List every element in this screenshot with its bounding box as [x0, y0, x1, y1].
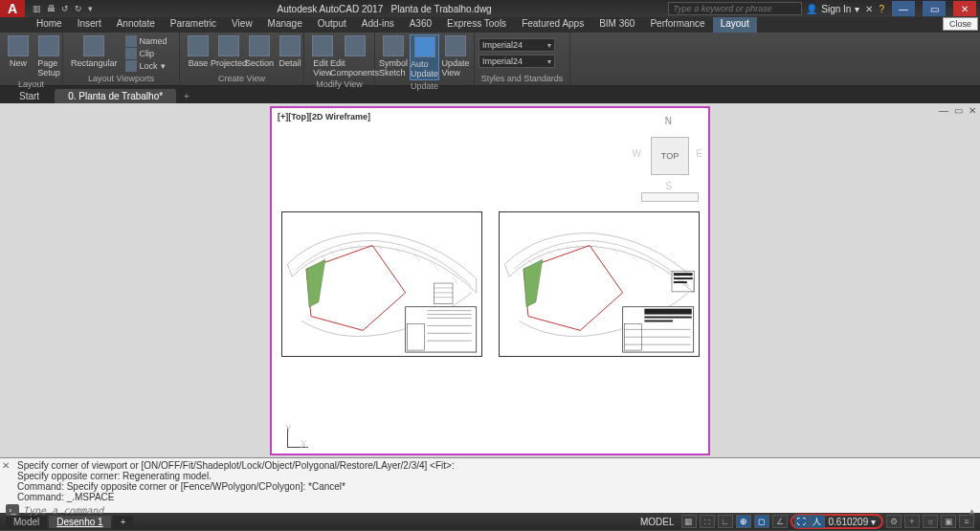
osnap-icon[interactable]: ◻: [754, 515, 769, 528]
svg-line-34: [613, 248, 618, 254]
doc-restore-icon[interactable]: ▭: [954, 105, 963, 116]
svg-rect-49: [674, 281, 687, 283]
command-window[interactable]: ✕ Specify corner of viewport or [ON/OFF/…: [0, 457, 980, 513]
ribbon-tab-add-ins[interactable]: Add-ins: [354, 17, 402, 33]
edit-components-button[interactable]: Edit Components: [339, 34, 370, 78]
window-maximize-button[interactable]: ▭: [923, 1, 946, 16]
view-controls-dropdown[interactable]: [641, 192, 699, 202]
viewcube-east[interactable]: E: [696, 148, 702, 159]
named-viewports-button[interactable]: Named: [123, 34, 169, 47]
quick-access-toolbar[interactable]: ▥ 🖶 ↺ ↻ ▾: [25, 4, 100, 13]
file-tab-start[interactable]: Start: [6, 89, 53, 103]
qat-icon[interactable]: ↺: [61, 4, 69, 13]
symbol-sketch-button[interactable]: Symbol Sketch: [379, 34, 408, 78]
doc-minimize-icon[interactable]: ―: [939, 105, 948, 116]
style-standard-combo-1[interactable]: Imperial24: [479, 38, 555, 52]
ribbon-tab-manage[interactable]: Manage: [260, 17, 310, 33]
viewport-label[interactable]: [+][Top][2D Wireframe]: [278, 112, 370, 122]
command-menu-icon[interactable]: ▴: [969, 505, 974, 516]
customization-icon[interactable]: ≡: [959, 515, 974, 528]
panel-label: Layout Viewports: [67, 73, 175, 83]
command-window-close-icon[interactable]: ✕: [2, 460, 10, 471]
qat-icon[interactable]: ▾: [88, 4, 93, 13]
viewport-2[interactable]: [499, 211, 700, 357]
clip-viewport-button[interactable]: Clip: [123, 47, 169, 59]
viewport-scale-value[interactable]: 0.610209 ▾: [825, 517, 880, 527]
detail-view-button[interactable]: Detail: [276, 34, 304, 69]
ribbon-tab-bim-360[interactable]: BIM 360: [591, 17, 642, 33]
polar-icon[interactable]: ⊕: [736, 515, 751, 528]
ribbon-tab-insert[interactable]: Insert: [70, 17, 109, 33]
ribbon-tab-express-tools[interactable]: Express Tools: [439, 17, 514, 33]
clean-screen-icon[interactable]: ▣: [941, 515, 956, 528]
lock-viewport-button[interactable]: Lock ▾: [123, 59, 169, 72]
qat-icon[interactable]: ↻: [75, 4, 82, 13]
ribbon-tab-view[interactable]: View: [224, 17, 260, 33]
layout-tab-add[interactable]: +: [113, 516, 134, 528]
viewcube-west[interactable]: W: [633, 148, 641, 159]
otrack-icon[interactable]: ∠: [772, 515, 788, 528]
file-tab-strip: Start 0. Planta de Trabalho* +: [0, 86, 980, 103]
axis-y-label: Y: [285, 424, 292, 434]
svg-rect-41: [644, 316, 691, 318]
svg-rect-13: [406, 306, 477, 351]
ribbon-tab-parametric[interactable]: Parametric: [163, 17, 224, 33]
drawing-area[interactable]: ― ▭ ✕ [+][Top][2D Wireframe] N W TOP E S: [0, 103, 980, 457]
base-view-button[interactable]: Base: [184, 34, 212, 69]
qat-icon[interactable]: ▥: [33, 4, 41, 13]
ribbon-tab-home[interactable]: Home: [29, 17, 70, 33]
command-prompt-icon[interactable]: ›_: [6, 504, 19, 516]
file-tab-active[interactable]: 0. Planta de Trabalho*: [55, 89, 176, 103]
viewcube-south[interactable]: S: [665, 181, 672, 191]
qat-icon[interactable]: 🖶: [47, 4, 56, 13]
layout-tab[interactable]: Desenho 1: [49, 516, 110, 528]
window-minimize-button[interactable]: ―: [892, 1, 915, 16]
ribbon-tab-output[interactable]: Output: [310, 17, 354, 33]
ribbon-tab-strip: HomeInsertAnnotateParametricViewManageOu…: [0, 17, 980, 33]
svg-rect-40: [644, 308, 691, 314]
app-logo[interactable]: A: [0, 0, 25, 17]
hardware-accel-icon[interactable]: +: [904, 515, 920, 528]
annotation-highlight: ⛶ 人 0.610209 ▾: [791, 514, 884, 529]
exchange-icon[interactable]: ✕: [865, 4, 873, 14]
annotation-visibility-icon[interactable]: 人: [810, 515, 825, 528]
isolate-icon[interactable]: ☼: [923, 515, 938, 528]
sign-in-button[interactable]: 👤 Sign In ▾: [806, 4, 859, 14]
space-indicator[interactable]: MODEL: [636, 517, 679, 527]
help-search-input[interactable]: [668, 2, 802, 15]
annotation-scale-icon[interactable]: ⛶: [794, 515, 810, 528]
help-icon[interactable]: ?: [879, 4, 884, 14]
svg-line-33: [594, 244, 599, 250]
viewcube[interactable]: TOP: [651, 137, 689, 175]
ortho-icon[interactable]: ∟: [718, 515, 733, 528]
ribbon-tab-a360[interactable]: A360: [402, 17, 439, 33]
ribbon-tab-layout[interactable]: Layout: [713, 17, 757, 33]
window-close-button[interactable]: ✕: [953, 1, 976, 16]
ribbon-tab-featured-apps[interactable]: Featured Apps: [514, 17, 591, 33]
doc-close-icon[interactable]: ✕: [969, 105, 976, 116]
rectangular-viewport-button[interactable]: Rectangular: [67, 34, 122, 69]
paper-space[interactable]: [+][Top][2D Wireframe] N W TOP E S: [270, 106, 710, 455]
projected-view-button[interactable]: Projected: [214, 34, 243, 69]
update-view-button[interactable]: Update View: [441, 34, 470, 78]
snap-icon[interactable]: ⸬: [700, 515, 715, 528]
svg-marker-1: [306, 259, 325, 306]
auto-update-button[interactable]: Auto Update: [410, 34, 439, 80]
svg-rect-47: [674, 273, 693, 276]
viewport-1[interactable]: [281, 211, 482, 357]
workspace-icon[interactable]: ⚙: [886, 515, 902, 528]
axis-x-label: X: [301, 439, 307, 450]
model-space-tab[interactable]: Model: [6, 516, 47, 528]
window-title: Autodesk AutoCAD 2017 Planta de Trabalho…: [100, 4, 668, 14]
ribbon-tab-annotate[interactable]: Annotate: [109, 17, 163, 33]
section-view-button[interactable]: Section: [245, 34, 274, 69]
svg-line-30: [557, 247, 562, 252]
grid-icon[interactable]: ▦: [681, 515, 697, 528]
style-standard-combo-2[interactable]: Imperial24: [479, 55, 555, 68]
command-input[interactable]: [23, 505, 966, 516]
file-tab-new[interactable]: +: [178, 89, 195, 103]
page-setup-button[interactable]: Page Setup: [34, 34, 63, 78]
new-layout-button[interactable]: New: [4, 34, 33, 69]
viewcube-north[interactable]: N: [665, 116, 672, 126]
ribbon-tab-performance[interactable]: Performance: [642, 17, 712, 33]
